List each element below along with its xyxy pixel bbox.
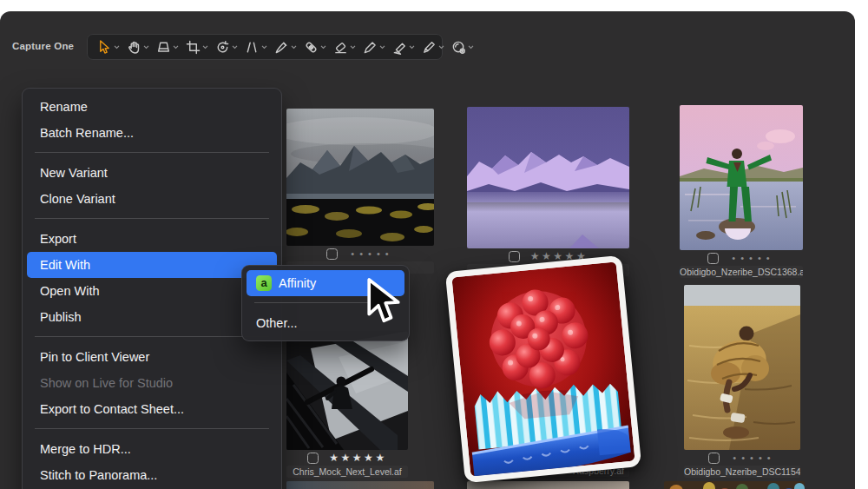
menu-item-pin-to-client-viewer[interactable]: Pin to Client Viewer [27,344,277,370]
menu-item-merge-to-hdr[interactable]: Merge to HDR... [27,436,277,462]
thumbnail-vestrahorn-image[interactable] [286,109,434,246]
thumbnail-cell: ★★★★★ Chris_Mock_Next_Level.af [286,331,408,478]
lens-keystone-tool-button[interactable] [154,36,181,57]
brush-tool-button[interactable] [272,36,299,57]
eraser-icon [333,40,348,55]
crop-icon [186,40,201,55]
chevron-down-icon[interactable] [409,45,415,50]
hand-icon [127,40,141,55]
menu-item-new-variant[interactable]: New Variant [27,160,277,186]
chevron-down-icon[interactable] [379,45,385,50]
thumbnail-fur-field-image[interactable] [684,285,800,450]
chevron-down-icon[interactable] [438,45,444,50]
cursor-icon [97,40,112,55]
thumbnail-purple-mountains-image[interactable] [467,107,629,248]
annotation-arrow-tool-button[interactable] [390,36,418,57]
spot-removal-tool-button[interactable] [449,36,477,57]
select-checkbox[interactable] [708,453,720,464]
submenu-item-label: Affinity [279,270,316,296]
bandaid-icon [304,40,319,55]
brush-icon [274,40,289,55]
thumbnail-green-suit-image[interactable] [680,105,803,250]
rating-dots[interactable]: ••••• [727,453,775,463]
arrow-icon [392,40,407,55]
thumbnail-partial-beige[interactable] [467,481,629,489]
filename-label: Chris_Mock_Next_Level.af [286,466,408,478]
chevron-down-icon[interactable] [114,45,120,50]
thumbnail-cell: ••••• Obidigbo_Nzeribe_DSC1154.af [684,285,800,478]
pen-tool-button[interactable] [419,36,447,57]
thumbnail-cell: ★★★★★ [467,107,629,276]
chevron-down-icon[interactable] [143,45,149,50]
rotate-icon [215,40,230,55]
raspberry-toothbrush-image [451,261,635,476]
select-checkbox[interactable] [509,251,520,262]
thumbnail-meta-row: ★★★★★ [286,450,408,466]
draw-mask-tool-button[interactable] [360,36,388,57]
select-cursor-tool-button[interactable] [95,36,122,57]
menu-item-clone-variant[interactable]: Clone Variant [27,186,277,212]
menu-separator [35,218,269,219]
menu-item-edit-with[interactable]: Edit With [27,252,277,278]
straighten-icon [245,40,260,55]
chevron-down-icon[interactable] [232,45,238,50]
select-checkbox[interactable] [707,253,719,264]
menu-separator [35,336,269,337]
menu-item-export-contact-sheet[interactable]: Export to Contact Sheet... [27,396,277,422]
select-checkbox[interactable] [326,248,338,260]
mouse-pointer-icon [364,277,404,327]
thumbnail-meta-row: ••••• [684,450,800,466]
straighten-tool-button[interactable] [242,36,270,57]
menu-item-rename[interactable]: Rename [27,94,277,120]
crop-tool-button[interactable] [183,36,211,57]
rating-dots[interactable]: ••••• [727,254,774,263]
thumbnail-cell: ••••• Obidigbo_Nzeribe_DSC1368.af [680,105,803,278]
select-checkbox[interactable] [307,453,319,464]
thumbnail-partial-flowers[interactable] [664,481,805,489]
menu-item-batch-rename[interactable]: Batch Rename... [27,120,277,146]
thumbnail-meta-row: ••••• [680,250,803,266]
rating-stars[interactable]: ★★★★★ [326,453,386,463]
chevron-down-icon[interactable] [350,45,356,50]
affinity-app-icon: a [256,275,272,291]
screenshot-stage: Capture One [0,0,868,489]
pan-hand-tool-button[interactable] [124,36,152,57]
lens-icon [156,40,171,55]
rotate-tool-button[interactable] [213,36,240,57]
chevron-down-icon[interactable] [320,45,326,50]
dragged-raspberry-card[interactable] [445,255,641,483]
thumbnail-cell: ••••• [286,109,434,274]
filename-label: Obidigbo_Nzeribe_DSC1154.af [684,466,800,478]
menu-separator [35,428,269,429]
erase-tool-button[interactable] [331,36,358,57]
menu-separator [35,152,269,153]
menu-item-stitch-to-panorama[interactable]: Stitch to Panorama... [27,462,277,488]
chevron-down-icon[interactable] [468,45,474,50]
menu-item-publish[interactable]: Publish [27,304,277,330]
thumbnail-escalator-image[interactable] [286,331,408,450]
heal-tool-button[interactable] [301,36,329,57]
app-title: Capture One [12,41,74,51]
pen-icon [422,40,437,55]
chevron-down-icon[interactable] [202,45,208,50]
pencil-icon [363,40,378,55]
filename-label: Obidigbo_Nzeribe_DSC1368.af [680,266,803,278]
sphere-plus-icon [451,40,466,55]
thumbnail-partial-blue[interactable] [286,481,434,489]
capture-one-window: Capture One [0,11,855,489]
chevron-down-icon[interactable] [173,45,179,50]
menu-item-open-with[interactable]: Open With [27,278,277,304]
tool-toolbar [87,34,443,60]
chevron-down-icon[interactable] [291,45,297,50]
menu-item-export[interactable]: Export [27,226,277,252]
menu-item-show-on-live[interactable]: Show on Live for Studio [27,370,277,396]
rating-dots[interactable]: ••••• [345,249,393,259]
thumbnail-meta-row: ••••• [286,246,434,261]
chevron-down-icon[interactable] [261,45,267,50]
